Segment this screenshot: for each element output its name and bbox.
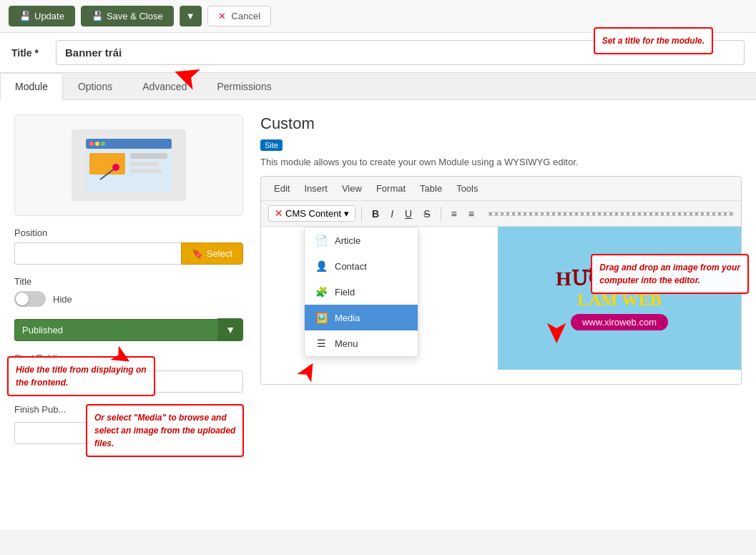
dropdown-menu-item[interactable]: ☰ Menu [305, 330, 418, 356]
banner-text-line2: LAM WEB [577, 290, 662, 310]
align-left-button[interactable]: ≡ [447, 206, 461, 222]
svg-point-11 [112, 164, 119, 171]
title-toggle-label: Title [14, 276, 243, 287]
strikethrough-button[interactable]: S [419, 206, 434, 222]
module-preview-svg [79, 133, 179, 197]
chevron-down-icon: ▼ [186, 11, 195, 21]
position-field-group: Position 🔖 Select [14, 227, 243, 265]
editor-second-toolbar: ✕ CMS Content ▾ B I U S ≡ ≡ [261, 201, 741, 227]
chevron-down-icon2: ▼ [225, 324, 235, 335]
dropdown-field-label: Field [335, 287, 355, 298]
separator1 [361, 207, 362, 221]
title-label: Title * [11, 47, 47, 59]
editor-menu-edit[interactable]: Edit [268, 181, 295, 196]
editor-menu-table[interactable]: Table [414, 181, 448, 196]
cms-label: CMS Content [285, 208, 341, 219]
floppy-icon2: 💾 [92, 11, 103, 21]
editor-menu-tools[interactable]: Tools [451, 181, 483, 196]
floppy-icon: 💾 [19, 11, 31, 21]
tab-module[interactable]: Module [0, 73, 63, 100]
italic-button[interactable]: I [386, 206, 398, 222]
editor-menu-format[interactable]: Format [370, 181, 411, 196]
title-field-group: Title Hide [14, 276, 243, 307]
title-row: Title * [0, 33, 756, 73]
editor-top-toolbar: Edit Insert View Format Table Tools [261, 177, 741, 201]
site-badge: Site [260, 139, 283, 151]
dropdown-media-label: Media [335, 313, 360, 323]
page-wrapper: 💾 Update 💾 Save & Close ▼ ✕ Cancel Title… [0, 0, 756, 555]
svg-rect-9 [130, 169, 162, 173]
title-toggle[interactable] [14, 291, 46, 307]
finish-publish-group: Finish Pub... [14, 404, 243, 444]
select-button[interactable]: 🔖 Select [181, 242, 243, 265]
dropdown-contact-label: Contact [335, 261, 367, 272]
toolbar: 💾 Update 💾 Save & Close ▼ ✕ Cancel [0, 0, 756, 33]
dropdown-contact[interactable]: 👤 Contact [305, 253, 418, 279]
banner-image: HƯỚNG DẪN LAM WEB www.xiroweb.com [498, 227, 741, 370]
tab-advanced[interactable]: Advanced [127, 73, 202, 99]
svg-point-3 [89, 142, 94, 146]
hide-label: Hide [53, 294, 72, 305]
banner-url: www.xiroweb.com [571, 314, 668, 330]
cancel-button[interactable]: ✕ Cancel [207, 6, 271, 26]
status-dropdown-button[interactable]: ▼ [217, 318, 243, 341]
title-input[interactable] [56, 40, 745, 65]
svg-rect-8 [130, 162, 159, 166]
main-content: Position 🔖 Select Title Hide [0, 100, 756, 529]
editor-menu-insert[interactable]: Insert [298, 181, 333, 196]
right-panel: Custom Site This module allows you to cr… [260, 114, 742, 515]
finish-publish-label: Finish Pub... [14, 404, 243, 415]
editor-container: Edit Insert View Format Table Tools ✕ CM… [260, 176, 742, 385]
editor-ruler [489, 212, 734, 216]
save-dropdown-button[interactable]: ▼ [180, 6, 202, 26]
dropdown-field[interactable]: 🧩 Field [305, 279, 418, 305]
module-description: This module allows you to create your ow… [260, 157, 742, 167]
bold-button[interactable]: B [368, 206, 383, 222]
svg-point-5 [101, 142, 105, 146]
dropdown-media[interactable]: 🖼️ Media [305, 305, 418, 330]
banner-text-line1: HƯỚNG DẪN [556, 267, 683, 290]
position-label: Position [14, 227, 243, 238]
cms-chevron-icon: ▾ [344, 208, 349, 219]
tab-bar: Module Options Advanced Permissions [0, 73, 756, 100]
cms-dropdown-menu: 📄 Article 👤 Contact 🧩 Field 🖼️ [304, 227, 418, 357]
underline-button[interactable]: U [401, 206, 416, 222]
tab-options[interactable]: Options [63, 73, 127, 99]
editor-body[interactable]: 📄 Article 👤 Contact 🧩 Field 🖼️ [261, 227, 741, 384]
tab-permissions[interactable]: Permissions [202, 73, 286, 99]
save-close-button[interactable]: 💾 Save & Close [81, 6, 174, 26]
position-input-row: 🔖 Select [14, 242, 243, 265]
start-publish-label: Start Publi... [14, 353, 243, 363]
cms-content-button[interactable]: ✕ CMS Content ▾ [268, 205, 355, 222]
bookmark-icon: 🔖 [192, 248, 203, 259]
separator2 [441, 207, 441, 221]
left-panel: Position 🔖 Select Title Hide [14, 114, 243, 515]
editor-menu-view[interactable]: View [336, 181, 368, 196]
dropdown-article-label: Article [335, 235, 360, 246]
title-toggle-row: Hide [14, 291, 243, 307]
status-select[interactable]: Published [14, 319, 217, 341]
toggle-knob [16, 293, 29, 305]
custom-title: Custom [260, 114, 742, 133]
x-icon: ✕ [218, 11, 226, 21]
field-icon: 🧩 [315, 285, 328, 298]
module-icon [72, 129, 186, 201]
cms-cross-icon: ✕ [275, 208, 283, 219]
svg-rect-6 [89, 153, 125, 175]
contact-icon: 👤 [315, 260, 328, 272]
finish-publish-input[interactable] [14, 422, 243, 444]
update-button[interactable]: 💾 Update [9, 6, 75, 26]
svg-point-4 [95, 142, 99, 146]
dropdown-menu-label: Menu [335, 338, 358, 349]
svg-rect-7 [130, 153, 167, 159]
menu-icon: ☰ [315, 337, 328, 350]
status-row: Published ▼ [14, 318, 243, 341]
media-icon: 🖼️ [315, 311, 328, 324]
align-center-button[interactable]: ≡ [464, 206, 478, 222]
article-icon: 📄 [315, 234, 328, 247]
module-preview [14, 114, 243, 216]
dropdown-article[interactable]: 📄 Article [305, 227, 418, 253]
start-publish-input[interactable] [14, 370, 243, 393]
position-input[interactable] [14, 242, 181, 265]
start-publish-group: Start Publi... [14, 353, 243, 393]
